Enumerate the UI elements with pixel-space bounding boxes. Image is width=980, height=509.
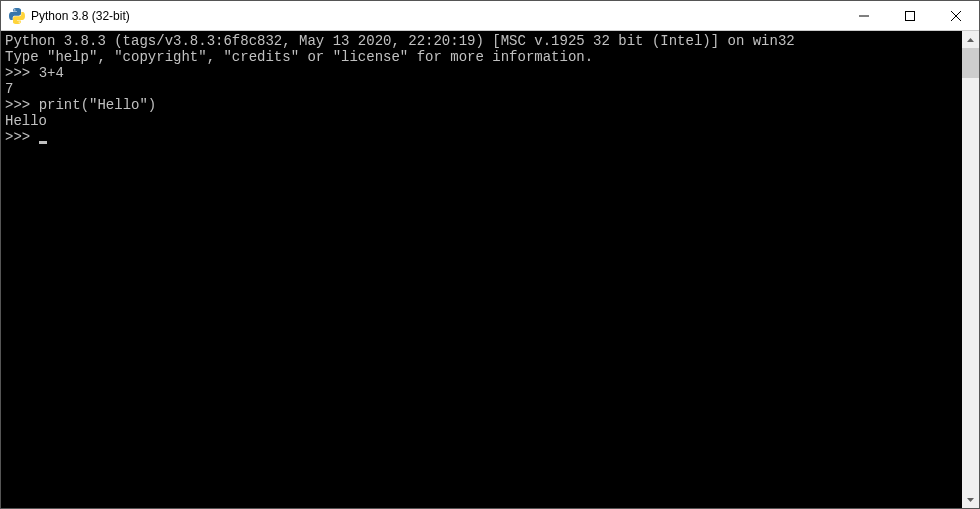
window-title: Python 3.8 (32-bit) <box>31 9 841 23</box>
python-console-window: Python 3.8 (32-bit) Python 3.8.3 (tags/v… <box>0 0 980 509</box>
close-button[interactable] <box>933 1 979 30</box>
scroll-up-arrow[interactable] <box>962 31 979 48</box>
maximize-button[interactable] <box>887 1 933 30</box>
scroll-down-arrow[interactable] <box>962 491 979 508</box>
prompt-line: >>> <box>5 129 958 145</box>
scroll-thumb[interactable] <box>962 48 979 78</box>
title-bar[interactable]: Python 3.8 (32-bit) <box>1 1 979 31</box>
scroll-track[interactable] <box>962 48 979 491</box>
cursor <box>39 141 47 144</box>
console-area: Python 3.8.3 (tags/v3.8.3:6f8c832, May 1… <box>1 31 979 508</box>
console-output[interactable]: Python 3.8.3 (tags/v3.8.3:6f8c832, May 1… <box>1 31 962 508</box>
minimize-button[interactable] <box>841 1 887 30</box>
window-controls <box>841 1 979 30</box>
svg-marker-4 <box>967 38 974 42</box>
python-icon <box>9 8 25 24</box>
svg-rect-1 <box>906 11 915 20</box>
input-text: print("Hello") <box>39 97 157 113</box>
prompt: >>> <box>5 97 30 113</box>
prompt: >>> <box>5 65 30 81</box>
banner-line: Type "help", "copyright", "credits" or "… <box>5 49 958 65</box>
banner-line: Python 3.8.3 (tags/v3.8.3:6f8c832, May 1… <box>5 33 958 49</box>
prompt: >>> <box>5 129 30 145</box>
vertical-scrollbar[interactable] <box>962 31 979 508</box>
prompt-line: >>> print("Hello") <box>5 97 958 113</box>
output-line: Hello <box>5 113 958 129</box>
prompt-line: >>> 3+4 <box>5 65 958 81</box>
output-line: 7 <box>5 81 958 97</box>
input-text: 3+4 <box>39 65 64 81</box>
svg-marker-5 <box>967 498 974 502</box>
